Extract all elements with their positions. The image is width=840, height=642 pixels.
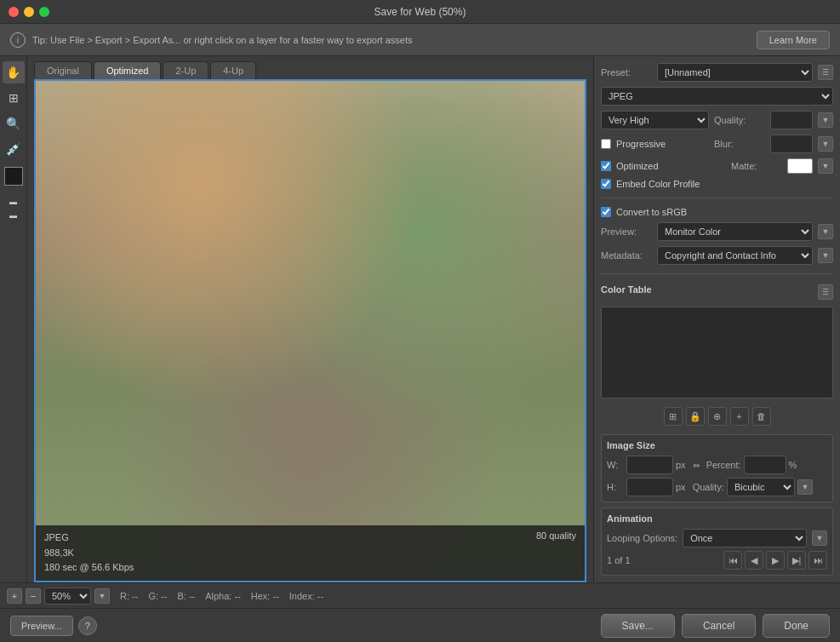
optimized-checkbox[interactable] (601, 161, 611, 171)
color-table-controls: ⊞ 🔒 ⊕ + 🗑 (601, 404, 833, 429)
preview-button[interactable]: Preview... (10, 616, 73, 636)
preset-label: Preset: (601, 67, 652, 77)
compression-select[interactable]: Very High (601, 111, 709, 129)
looping-label: Looping Options: (607, 533, 677, 543)
color-web-button[interactable]: ⊕ (708, 407, 727, 426)
play-button[interactable]: ▶ (766, 551, 785, 570)
last-frame-button[interactable]: ⏭ (809, 551, 827, 570)
optimized-checkbox-row: Optimized (601, 161, 659, 171)
quality-input[interactable]: 80 (770, 111, 813, 129)
matte-label: Matte: (731, 161, 782, 171)
width-row: W: 1365 px (607, 456, 686, 474)
save-button[interactable]: Save... (601, 614, 675, 638)
progressive-checkbox[interactable] (601, 139, 611, 149)
blur-arrow[interactable]: ▼ (818, 136, 833, 152)
frame-counter: 1 of 1 (607, 555, 631, 565)
cancel-button[interactable]: Cancel (682, 614, 756, 638)
photo-background (36, 81, 585, 581)
first-frame-button[interactable]: ⏮ (723, 551, 742, 570)
quality-resize-arrow[interactable]: ▼ (797, 479, 813, 495)
embed-color-label: Embed Color Profile (616, 179, 700, 189)
help-button[interactable]: ? (78, 616, 97, 635)
percent-row: Percent: 100 % (706, 456, 797, 474)
eyedropper-tool[interactable]: 💉 (3, 138, 25, 160)
color-add-button[interactable]: + (730, 407, 749, 426)
playback-controls: ⏮ ◀ ▶ ▶| ⏭ (723, 551, 827, 570)
optimized-label: Optimized (616, 161, 659, 171)
color-map-button[interactable]: ⊞ (664, 407, 683, 426)
matte-arrow[interactable]: ▼ (818, 158, 833, 174)
blur-label: Blur: (714, 139, 765, 149)
color-delete-button[interactable]: 🗑 (752, 407, 771, 426)
embed-color-checkbox[interactable] (601, 179, 611, 189)
wh-row: W: 1365 px ⇔ Percent: 100 % (607, 456, 827, 474)
link-icon: ⇔ (693, 461, 700, 470)
next-frame-button[interactable]: ▶| (787, 551, 806, 570)
preset-menu-button[interactable]: ☰ (818, 65, 833, 80)
zoom-controls: + − 50% ▼ (7, 588, 110, 605)
alpha-label: Alpha: -- (205, 591, 241, 601)
minimize-button[interactable] (24, 7, 34, 17)
color-swatch[interactable] (4, 167, 23, 186)
b-label: B: -- (177, 591, 195, 601)
tab-2up[interactable]: 2-Up (163, 61, 209, 79)
tab-4up[interactable]: 4-Up (210, 61, 256, 79)
zoom-add-button[interactable]: + (7, 588, 22, 604)
animation-section: Animation Looping Options: Once ▼ 1 of 1… (601, 507, 833, 576)
image-info-left: JPEG 988,3K 180 sec @ 56.6 Kbps (44, 530, 134, 576)
maximize-button[interactable] (39, 7, 49, 17)
right-panel: Preset: [Unnamed] ☰ JPEG Very High Quali… (593, 56, 840, 582)
metadata-select[interactable]: Copyright and Contact Info (657, 246, 813, 265)
color-table-header: Color Table ☰ (601, 283, 833, 301)
preset-row: Preset: [Unnamed] ☰ (601, 63, 833, 82)
looping-arrow[interactable]: ▼ (812, 530, 827, 546)
metadata-arrow[interactable]: ▼ (818, 248, 833, 263)
learn-more-button[interactable]: Learn More (757, 31, 830, 49)
toggle-view-1[interactable]: ▬ (3, 196, 25, 208)
action-bar: Preview... ? Save... Cancel Done (0, 608, 840, 642)
percent-input[interactable]: 100 (744, 456, 786, 474)
index-label: Index: -- (289, 591, 323, 601)
color-table-menu[interactable]: ☰ (818, 284, 833, 300)
height-input[interactable]: 2048 (626, 478, 673, 496)
preview-select[interactable]: Monitor Color (657, 222, 813, 241)
optimized-matte-row: Optimized Matte: ▼ (601, 158, 833, 174)
quality-arrow[interactable]: ▼ (818, 112, 833, 128)
quality-resize-select[interactable]: Bicubic (727, 478, 795, 496)
tab-original[interactable]: Original (34, 61, 92, 79)
g-label: G: -- (148, 591, 167, 601)
image-info-overlay: JPEG 988,3K 180 sec @ 56.6 Kbps 80 quali… (36, 525, 585, 581)
zoom-subtract-button[interactable]: − (26, 588, 41, 604)
zoom-arrow[interactable]: ▼ (94, 588, 110, 604)
format-select[interactable]: JPEG (601, 87, 833, 106)
matte-swatch[interactable] (787, 158, 813, 174)
animation-controls: 1 of 1 ⏮ ◀ ▶ ▶| ⏭ (607, 551, 827, 570)
matte-row: Matte: ▼ (731, 158, 833, 174)
tab-optimized[interactable]: Optimized (94, 61, 162, 79)
close-button[interactable] (9, 7, 19, 17)
toggle-view-2[interactable]: ▬ (3, 209, 25, 221)
color-lock-button[interactable]: 🔒 (686, 407, 705, 426)
hand-tool[interactable]: ✋ (3, 61, 25, 83)
quality-label: Quality: (714, 115, 765, 125)
width-input[interactable]: 1365 (626, 456, 673, 474)
tip-bar: i Tip: Use File > Export > Export As... … (0, 24, 840, 56)
divider-2 (601, 273, 833, 274)
metadata-label: Metadata: (601, 250, 652, 261)
preset-select[interactable]: [Unnamed] (657, 63, 813, 82)
zoom-select[interactable]: 50% (44, 588, 91, 605)
format-row: JPEG (601, 87, 833, 106)
slice-tool[interactable]: ⊞ (3, 87, 25, 109)
blur-input[interactable]: 0 (770, 135, 813, 153)
done-button[interactable]: Done (763, 614, 830, 638)
image-canvas: JPEG 988,3K 180 sec @ 56.6 Kbps 80 quali… (34, 79, 586, 582)
preview-row-label: Preview: (601, 226, 652, 237)
looping-select[interactable]: Once (683, 529, 807, 547)
embed-color-checkbox-row: Embed Color Profile (601, 179, 833, 189)
progressive-checkbox-row: Progressive (601, 139, 666, 149)
zoom-tool[interactable]: 🔍 (3, 112, 25, 135)
convert-srgb-checkbox[interactable] (601, 207, 611, 217)
prev-frame-button[interactable]: ◀ (745, 551, 763, 570)
preview-arrow[interactable]: ▼ (818, 224, 833, 239)
metadata-row: Metadata: Copyright and Contact Info ▼ (601, 246, 833, 265)
